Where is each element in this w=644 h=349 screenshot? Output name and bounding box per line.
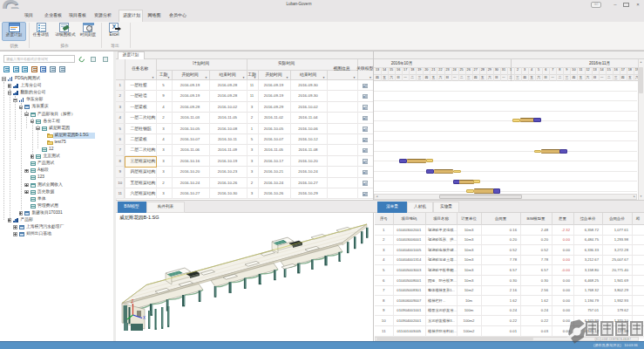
svg-text:Z: Z (132, 299, 134, 304)
svg-text:X: X (143, 316, 146, 320)
